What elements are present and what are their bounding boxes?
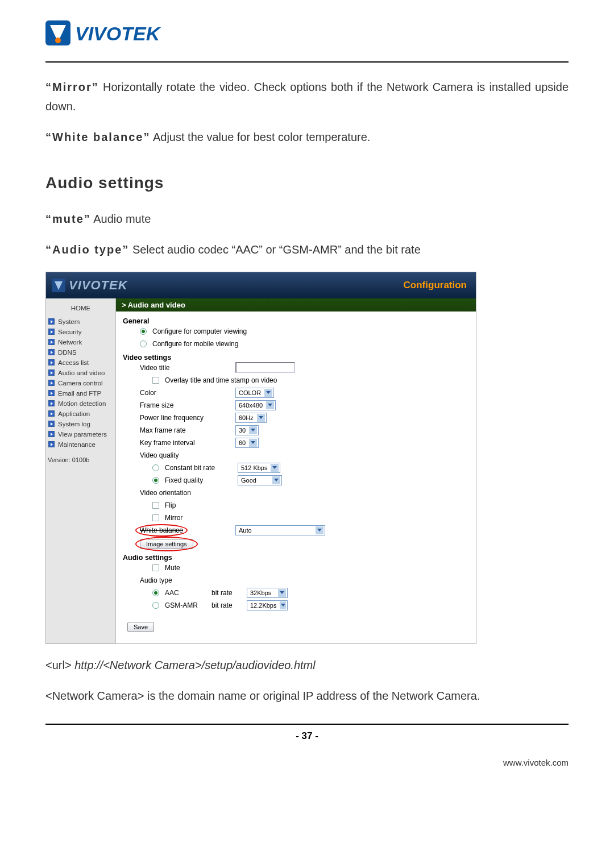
sidebar-item-view-parameters[interactable]: View parameters: [46, 429, 115, 439]
gsm-bitrate-select[interactable]: 12.2Kbps: [247, 600, 288, 610]
chevron-down-icon: [278, 589, 286, 597]
image-settings-button[interactable]: Image settings: [140, 539, 193, 549]
sidebar-item-email-ftp[interactable]: Email and FTP: [46, 388, 115, 398]
sidebar-item-system-log[interactable]: System log: [46, 419, 115, 429]
plf-select[interactable]: 60Hz: [235, 413, 267, 423]
sidebar-item-audio-video[interactable]: Audio and video: [46, 368, 115, 378]
maxfr-label: Max frame rate: [140, 426, 230, 434]
arrow-icon: [48, 339, 55, 345]
sidebar-home[interactable]: HOME: [46, 302, 115, 317]
arrow-icon: [48, 431, 55, 437]
radio-icon[interactable]: [152, 464, 159, 471]
sidebar-item-camera-control[interactable]: Camera control: [46, 378, 115, 388]
sidebar-item-system[interactable]: System: [46, 317, 115, 327]
cbr-label: Constant bit rate: [165, 464, 232, 472]
kfi-label: Key frame interval: [140, 439, 230, 447]
radio-icon[interactable]: [152, 477, 159, 484]
audio-type-label: Audio type: [140, 576, 172, 584]
chevron-down-icon: [264, 389, 272, 397]
bottom-rule: [45, 724, 569, 725]
audio-settings-heading: Audio settings: [45, 169, 569, 197]
chevron-down-icon: [272, 476, 280, 484]
checkbox-icon[interactable]: [152, 564, 159, 571]
maxfr-value: 30: [239, 427, 246, 434]
chevron-down-icon: [266, 401, 274, 409]
sidebar-item-label: Audio and video: [58, 369, 105, 376]
config-brand: VIVOTEK: [52, 278, 128, 293]
color-value: COLOR: [239, 389, 261, 396]
aac-bitrate-select[interactable]: 32Kbps: [247, 588, 288, 598]
sidebar-item-access-list[interactable]: Access list: [46, 358, 115, 368]
cbr-select[interactable]: 512 Kbps: [238, 463, 280, 473]
checkbox-icon[interactable]: [152, 514, 159, 521]
url-value: http://<Network Camera>/setup/audiovideo…: [74, 659, 316, 671]
wb-value: Auto: [239, 527, 252, 534]
color-select[interactable]: COLOR: [235, 388, 274, 398]
sidebar-item-security[interactable]: Security: [46, 327, 115, 337]
url-prefix: <url>: [45, 659, 72, 671]
sidebar-item-label: Motion detection: [58, 400, 106, 407]
radio-icon[interactable]: [152, 602, 159, 609]
aac-bitrate-value: 32Kbps: [250, 589, 271, 596]
sidebar-item-label: Access list: [58, 359, 89, 366]
audiotype-term: “Audio type”: [45, 243, 129, 256]
video-title-input[interactable]: [235, 362, 295, 373]
svg-text:VIVOTEK: VIVOTEK: [75, 23, 161, 44]
sidebar-item-maintenance[interactable]: Maintenance: [46, 439, 115, 450]
radio-icon[interactable]: [140, 340, 147, 347]
wb-term: “White balance”: [45, 131, 150, 143]
sidebar-item-network[interactable]: Network: [46, 337, 115, 347]
maxfr-select[interactable]: 30: [235, 425, 259, 435]
framesize-select[interactable]: 640x480: [235, 400, 276, 410]
arrow-icon: [48, 349, 55, 355]
arrow-icon: [48, 410, 55, 417]
group-audio-settings: Audio settings: [123, 554, 469, 562]
url-note: <Network Camera> is the domain name or o…: [45, 686, 569, 705]
group-general: General: [123, 317, 469, 325]
sidebar-item-motion-detection[interactable]: Motion detection: [46, 398, 115, 409]
checkbox-icon[interactable]: [152, 377, 159, 384]
arrow-icon: [48, 441, 55, 447]
page-number: - 37 -: [45, 730, 569, 742]
kfi-select[interactable]: 60: [235, 438, 259, 448]
framesize-value: 640x480: [239, 402, 263, 409]
fq-label: Fixed quality: [165, 476, 232, 484]
chevron-down-icon: [249, 426, 257, 434]
sidebar-version: Version: 0100b: [46, 454, 115, 466]
sidebar-item-label: Application: [58, 410, 90, 417]
sidebar-item-label: System log: [58, 421, 90, 427]
audiotype-paragraph: “Audio type” Select audio codec “AAC” or…: [45, 240, 569, 259]
sidebar: HOME System Security Network DDNS Access…: [46, 298, 116, 643]
fq-select[interactable]: Good: [238, 475, 282, 485]
mute-term: “mute”: [45, 213, 91, 225]
white-balance-label: White balance: [140, 526, 183, 534]
white-balance-select[interactable]: Auto: [235, 525, 325, 535]
gsm-bitrate-value: 12.2Kbps: [250, 602, 276, 609]
mirror-desc: Horizontally rotate the video. Check opt…: [45, 81, 569, 113]
arrow-icon: [48, 390, 55, 396]
radio-icon[interactable]: [140, 328, 147, 335]
vq-label: Video quality: [140, 451, 179, 459]
video-title-label: Video title: [140, 364, 230, 372]
sidebar-item-ddns[interactable]: DDNS: [46, 347, 115, 358]
checkbox-icon[interactable]: [152, 502, 159, 509]
kfi-value: 60: [239, 439, 246, 446]
arrow-icon: [48, 369, 55, 376]
sidebar-item-label: Security: [58, 329, 82, 335]
save-button[interactable]: Save: [127, 622, 154, 632]
arrow-icon: [48, 400, 55, 406]
mirror-label: Mirror: [165, 514, 182, 522]
plf-value: 60Hz: [239, 414, 254, 421]
footer-url: www.vivotek.com: [45, 758, 569, 767]
chevron-down-icon: [280, 601, 286, 609]
sidebar-item-label: View parameters: [58, 431, 107, 438]
arrow-icon: [48, 359, 55, 366]
color-label: Color: [140, 389, 230, 397]
sidebar-item-application[interactable]: Application: [46, 409, 115, 419]
mute-label: Mute: [165, 564, 180, 572]
panel-title: > Audio and video: [116, 298, 476, 312]
sidebar-item-label: Maintenance: [58, 441, 96, 448]
radio-icon[interactable]: [152, 589, 159, 596]
wb-paragraph: “White balance” Adjust the value for bes…: [45, 127, 569, 147]
sidebar-item-label: Network: [58, 339, 82, 346]
